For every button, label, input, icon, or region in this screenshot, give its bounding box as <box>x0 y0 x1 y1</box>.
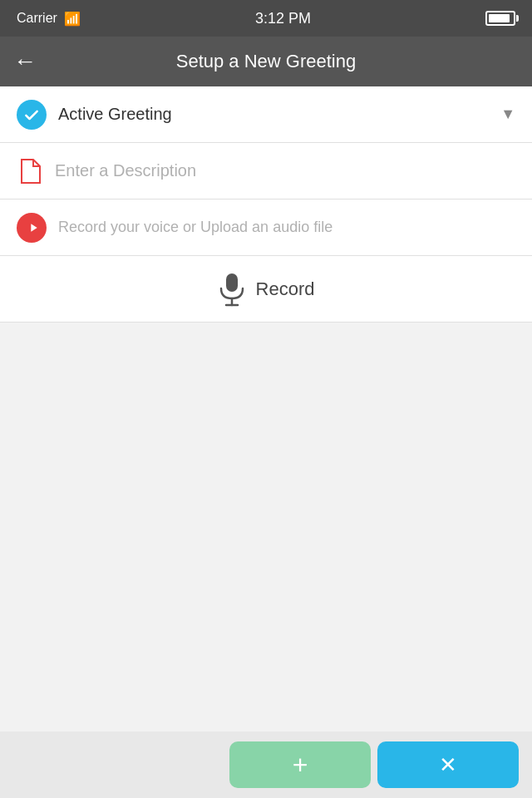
description-placeholder: Enter a Description <box>55 161 196 180</box>
status-time: 3:12 PM <box>255 10 311 27</box>
status-left: Carrier 📶 <box>17 11 81 27</box>
check-circle-icon <box>17 100 47 130</box>
active-greeting-label: Active Greeting <box>58 105 500 124</box>
voice-placeholder: Record your voice or Upload an audio fil… <box>58 219 332 236</box>
wifi-icon: 📶 <box>64 11 81 27</box>
active-greeting-row[interactable]: Active Greeting ▼ <box>0 86 532 143</box>
description-row[interactable]: Enter a Description <box>0 143 532 200</box>
carrier-label: Carrier <box>17 11 57 26</box>
play-icon <box>17 213 47 243</box>
bottom-bar: + ✕ <box>0 732 532 798</box>
voice-row[interactable]: Record your voice or Upload an audio fil… <box>0 200 532 256</box>
status-bar: Carrier 📶 3:12 PM <box>0 0 532 37</box>
svg-marker-0 <box>31 224 37 231</box>
document-icon <box>17 158 43 185</box>
cancel-button[interactable]: ✕ <box>377 741 519 788</box>
record-label: Record <box>256 278 315 300</box>
record-row[interactable]: Record <box>0 256 532 323</box>
microphone-icon <box>218 272 246 307</box>
empty-space <box>0 323 532 763</box>
add-icon: + <box>293 751 308 778</box>
cancel-icon: ✕ <box>439 752 457 778</box>
nav-bar: ← Setup a New Greeting <box>0 37 532 86</box>
back-button[interactable]: ← <box>13 48 37 75</box>
chevron-down-icon: ▼ <box>500 106 515 123</box>
svg-rect-1 <box>226 273 238 292</box>
page-title: Setup a New Greeting <box>50 51 482 72</box>
content-area: Active Greeting ▼ Enter a Description Re… <box>0 86 532 323</box>
add-button[interactable]: + <box>229 741 371 788</box>
battery-icon <box>485 11 515 26</box>
